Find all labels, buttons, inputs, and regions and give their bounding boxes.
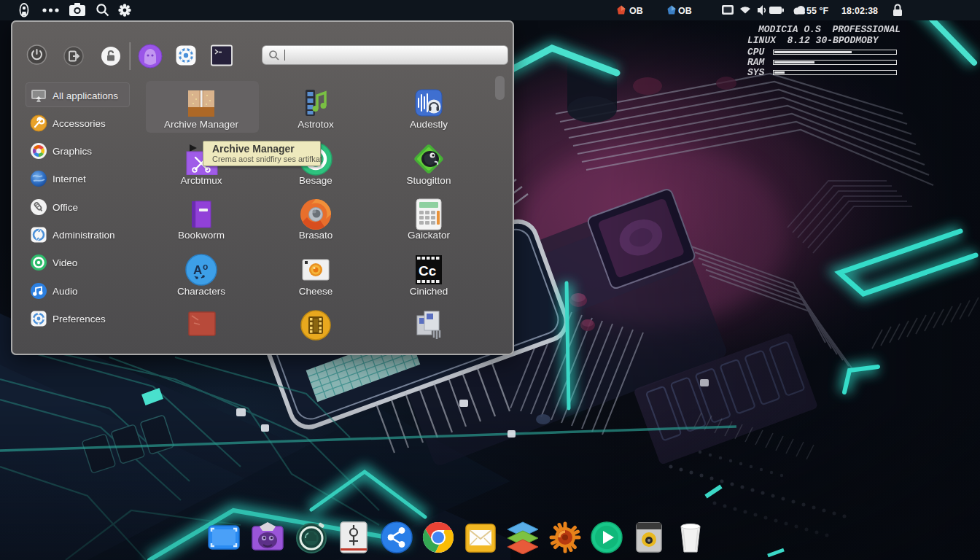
svg-text:18:02:38: 18:02:38 — [841, 6, 878, 16]
svg-text:55 °F: 55 °F — [806, 6, 828, 16]
svg-text:A: A — [193, 263, 202, 277]
svg-text:Cc: Cc — [419, 263, 437, 279]
svg-text:o: o — [203, 262, 208, 272]
svg-text:OB: OB — [629, 6, 643, 16]
svg-text:OB: OB — [678, 6, 692, 16]
